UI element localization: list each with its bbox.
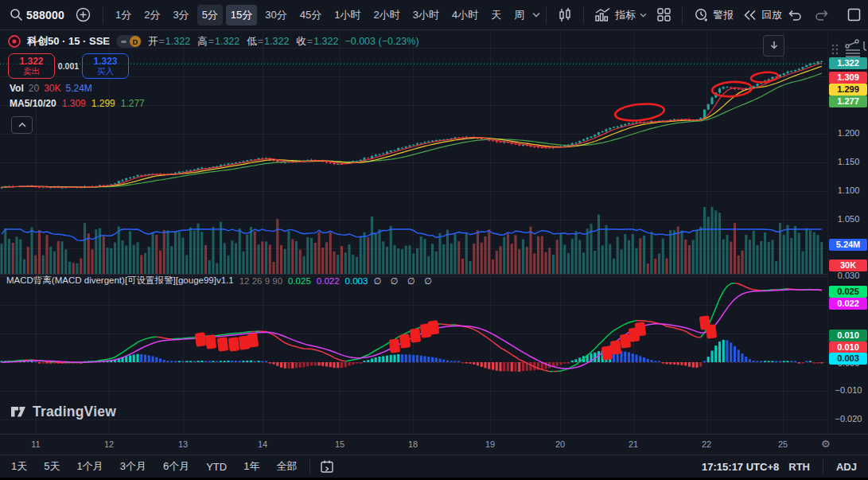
range-1个月[interactable]: 1个月 [76,459,103,474]
line-tools-icon [846,40,860,57]
chart-canvas[interactable] [0,30,827,434]
chart-pane[interactable]: 科创50 · 15 · SSE D 开=1.322高=1.322低=1.322收… [0,30,827,434]
macd-tick: −0.020 [828,414,868,423]
download-button[interactable] [763,35,784,57]
divergence-flag [228,337,239,351]
toolbar-separator [103,6,103,24]
symbol-title[interactable]: 科创50 · 15 · SSE [27,34,110,49]
time-label-25: 25 [778,439,788,449]
price-axis[interactable]: 1.2001.1501.1001.0500.0300.000−0.010−0.0… [827,30,868,434]
candle-style-button[interactable] [552,4,578,26]
price-tick: 1.150 [828,157,868,166]
range-YTD[interactable]: YTD [206,461,227,473]
fullscreen-icon[interactable] [847,8,861,21]
interval-2小时[interactable]: 2小时 [369,5,405,25]
top-toolbar: 588000 1分2分3分5分15分30分45分1小时2小时3小时4小时天周 指… [0,0,868,30]
interval-15分[interactable]: 15分 [226,5,257,25]
buy-label: 买入 [97,67,114,76]
interval-天[interactable]: 天 [486,5,506,25]
time-label-22: 22 [702,439,711,449]
add-symbol-icon[interactable] [76,7,91,22]
macd-title[interactable]: MACD背离(MACD divergent)[可设置报警][gouge99]v1… [6,275,234,287]
ma20-value: 1.277 [121,98,145,109]
bottom-toolbar: 1天5天1个月3个月6个月YTD1年全部 17:15:17 UTC+8 RTH … [0,455,868,478]
macd-label: 0.003 [829,353,867,365]
adjust-badge[interactable]: ADJ [836,461,857,473]
macd-indicator-legend: MACD背离(MACD divergent)[可设置报警][gouge99]v1… [6,275,435,287]
macd-params: 12 26 9 90 [239,276,282,286]
range-1天[interactable]: 1天 [11,459,27,474]
symbol-legend: 科创50 · 15 · SSE D 开=1.322高=1.322低=1.322收… [8,34,419,49]
annotation-ellipse[interactable] [614,102,665,123]
divergence-flag [428,320,439,334]
price-label: 1.322 [829,57,867,69]
range-1年[interactable]: 1年 [243,459,259,474]
indicators-button[interactable]: 指标 [590,4,652,25]
indicators-label: 指标 [615,8,636,22]
interval-1分[interactable]: 1分 [111,5,136,25]
macd-hist-value: 0.003 [345,276,368,286]
time-label-21: 21 [629,439,638,449]
volume-ma-value: 5.24M [66,83,92,94]
divergence-flag [410,328,421,342]
search-icon[interactable] [10,8,23,21]
layout-grid-icon[interactable] [652,4,676,25]
ohlc-open: 开=1.322 [148,35,190,49]
time-axis[interactable]: ⚙ 1112131415181920212225 [0,434,868,455]
replay-button[interactable]: 回放 [738,5,787,25]
collapse-pane-button[interactable] [11,116,33,134]
interval-3分[interactable]: 3分 [168,5,193,25]
macd-value: 0.025 [288,276,311,286]
volume-legend: Vol 20 30K 5.24M [10,83,92,94]
ma10-value: 1.299 [91,98,115,109]
tradingview-logo-icon [10,403,27,420]
buy-price: 1.323 [93,57,117,67]
interval-1小时[interactable]: 1小时 [329,5,365,25]
interval-3小时[interactable]: 3小时 [408,5,444,25]
price-tick: 1.050 [828,214,868,224]
macd-signal-value: 0.022 [317,276,340,286]
sell-button[interactable]: 1.322 卖出 [8,53,55,79]
alert-button[interactable]: 警报 [688,4,738,26]
range-6个月[interactable]: 6个月 [163,459,189,474]
divergence-flag [217,337,228,351]
tradingview-watermark: TradingView [10,403,116,420]
interval-周[interactable]: 周 [509,5,529,25]
sell-label: 卖出 [23,67,40,76]
divergence-flag [195,332,206,346]
interval-30分[interactable]: 30分 [260,5,291,25]
undo-icon[interactable] [787,9,803,21]
ma-title: MA5/10/20 [10,98,56,109]
timezone-settings-icon[interactable]: ⚙ [821,438,831,450]
session-badge[interactable]: RTH [788,461,810,473]
ma5-value: 1.309 [62,98,86,109]
time-label-11: 11 [31,439,40,449]
time-label-18: 18 [408,439,418,449]
clock[interactable]: 17:15:17 UTC+8 [702,461,779,473]
chevron-down-icon[interactable] [532,12,540,18]
range-3个月[interactable]: 3个月 [120,459,146,474]
range-全部[interactable]: 全部 [276,459,297,474]
drag-handle-dots [832,45,839,55]
interval-toggle[interactable]: D [116,35,142,48]
interval-4小时[interactable]: 4小时 [447,5,483,25]
buy-button[interactable]: 1.323 买入 [82,53,129,79]
ma-legend: MA5/10/20 1.309 1.299 1.277 [10,98,145,109]
time-label-13: 13 [178,439,188,449]
range-5天[interactable]: 5天 [44,459,60,474]
ohlc-high: 高=1.322 [197,35,239,49]
redo-icon[interactable] [814,9,830,21]
toolbar-separator [583,6,584,24]
interval-45分[interactable]: 45分 [295,5,326,25]
volume-period: 20 [29,83,39,94]
time-label-19: 19 [485,439,495,449]
price-label: 1.309 [829,72,867,84]
go-to-date-icon[interactable] [320,459,334,474]
ohlc-low: 低=1.322 [247,35,289,49]
interval-5分[interactable]: 5分 [197,5,223,25]
macd-label: 0.022 [829,298,867,310]
interval-2分[interactable]: 2分 [139,5,165,25]
symbol-search-button[interactable]: 588000 [26,9,64,21]
volume-title: Vol [10,83,24,94]
symbol-logo-icon [8,35,21,48]
